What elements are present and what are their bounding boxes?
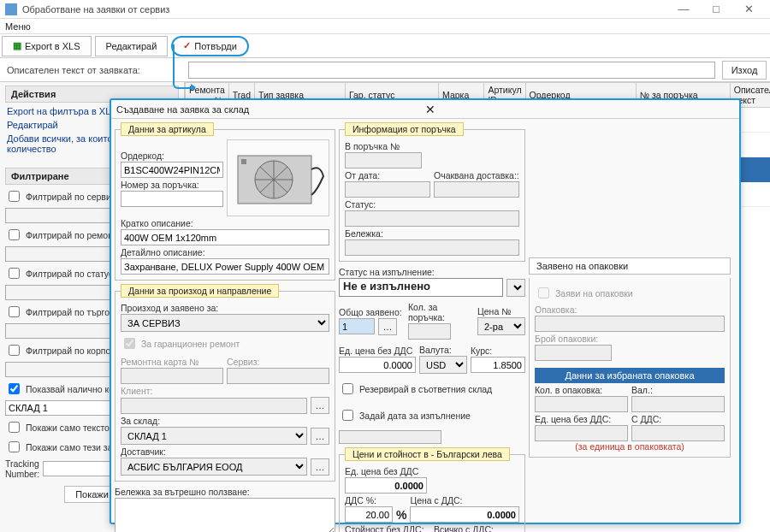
description-input[interactable] [188,62,715,79]
export-xls-button[interactable]: ▦ Export в XLS [2,36,92,56]
export-label: Export в XLS [25,41,80,51]
oi-num-input [345,152,422,168]
unit-label: Ед. цена без ДДС [339,346,416,356]
cur-select[interactable]: USD [419,356,467,374]
close-button[interactable]: ✕ [732,3,765,15]
product-image [227,139,329,216]
pk-cur-label: Вал.: [631,385,725,395]
oi-num-label: В поръчка № [345,141,519,151]
total-input[interactable] [339,318,375,334]
supplier-select[interactable]: АСБИС БЪЛГАРИЯ ЕООД [121,458,307,476]
pk-vat-label: С ДДС: [631,414,725,424]
callout-arrow-head [191,84,196,91]
priceno-select[interactable]: 2-ра [477,317,525,335]
reserve-check[interactable] [342,383,353,394]
maximize-button[interactable]: □ [700,3,732,15]
only-none-check[interactable] [9,441,20,452]
pack-tab[interactable]: Заявено на опаковки [529,257,731,275]
setdate-check[interactable] [342,410,353,421]
filter-warranty-check[interactable] [9,268,20,279]
total-browse-icon[interactable]: … [378,318,397,335]
article-fieldset: Данни за артикула Ордеркод: Номер за пор… [115,122,335,281]
dest-label: Произход и заявено за: [121,303,329,313]
dialog-close-icon[interactable]: ✕ [422,103,734,116]
bgn-unit-label: Ед. цена без ДДС [345,466,519,476]
toolbar: ▦ Export в XLS Редактирай ✓ Потвърди [0,34,770,58]
filter-corp-check[interactable] [9,345,20,356]
rk-input [121,368,223,384]
supplier-label: Доставчик: [121,446,329,457]
pack-fieldset: Заяви на опаковки Опаковка: Брой опаковк… [529,278,731,458]
unit-input[interactable] [339,357,416,373]
description-label: Описателен текст от заявката: [0,65,188,75]
detail-input[interactable] [121,258,329,275]
total-label: Общо заявено: [339,307,405,317]
excel-icon: ▦ [13,40,21,51]
ordernum-input[interactable] [121,191,223,207]
rate-input[interactable] [471,357,525,373]
reserve-label: Резервирай в съответния склад [359,384,492,394]
warranty-label: За гаранционен ремонт [141,339,240,349]
exit-button[interactable]: Изход [722,61,767,80]
menu-item[interactable]: Меню [5,21,31,32]
sklad2-label: За склад: [121,416,329,426]
pack-input [535,316,725,332]
pk-unit-input [535,425,628,441]
ordernum-label: Номер за поръчка: [121,180,223,190]
srv-label: Сервиз: [227,357,329,367]
ordercode-input[interactable] [121,162,223,178]
confirm-button[interactable]: ✓ Потвърди [171,36,249,56]
per-input [408,323,451,340]
edit-button[interactable]: Редактирай [95,36,169,56]
pack-note: (за единица в опаковката) [535,441,725,452]
withvat-label: Цена с ДДС: [410,495,519,505]
oi-note-label: Бележка: [345,228,519,239]
packcnt-label: Брой опаковки: [535,334,725,344]
sklad-browse-icon[interactable]: … [311,428,329,445]
priceno-label: Цена № [477,306,525,316]
cur-label: Валута: [419,345,467,355]
bgn-unit-input[interactable] [345,477,427,494]
sum-label: Стойност без ДДС: [345,524,430,532]
oi-exp-input [434,181,519,198]
menubar: Меню [0,19,770,34]
edit-label: Редактирай [106,41,157,51]
orderinfo-legend: Информация от поръчка [345,122,464,136]
filter-repair-check[interactable] [9,229,20,240]
only-text-check[interactable] [9,422,20,433]
bgn-fieldset: Цени и стойност в - Български лева Ед. ц… [339,447,525,532]
pack-check-label: Заяви на опаковки [555,288,633,299]
internal-note-input[interactable] [115,498,335,532]
pk-cur-input [631,396,725,412]
short-input[interactable] [121,229,329,245]
sklad-select[interactable]: СКЛАД 1 [121,427,307,445]
dest-select[interactable]: ЗА СЕРВИЗ [121,314,329,332]
supplier-browse-icon[interactable]: … [311,458,329,476]
ordercode-label: Ордеркод: [121,151,223,161]
client-browse-icon[interactable]: … [311,397,329,414]
oi-from-label: От дата: [345,170,430,180]
rk-label: Ремонтна карта № [121,357,223,367]
show-qty-check[interactable] [9,383,20,394]
origin-legend: Данни за произход и направление [121,284,279,298]
setdate-label: Задай дата за изпълнение [359,411,471,421]
oi-status-input [345,210,519,227]
origin-fieldset: Данни за произход и направление Произход… [115,284,335,482]
packcnt-input [535,345,612,361]
withvat-input[interactable] [410,506,519,523]
exec-status-value: Не е изпълнено [339,278,503,297]
psu-icon [231,144,325,212]
dialog-title: Създаване на заявка за склад [116,104,422,115]
rate-label: Курс: [471,346,525,356]
pk-qty-label: Кол. в опаковка: [535,385,628,395]
minimize-button[interactable]: — [667,3,700,15]
vat-input[interactable] [345,506,393,523]
oi-note-input [345,239,519,256]
filter-service-check[interactable] [9,191,20,202]
filter-brand-check[interactable] [9,306,20,317]
warranty-check [124,338,135,349]
tracking-label: Tracking Number: [5,458,39,479]
window-title: Обработване на заявки от сервиз [22,4,667,15]
exec-status-select[interactable] [506,279,525,297]
client-label: Клиент: [121,386,329,396]
